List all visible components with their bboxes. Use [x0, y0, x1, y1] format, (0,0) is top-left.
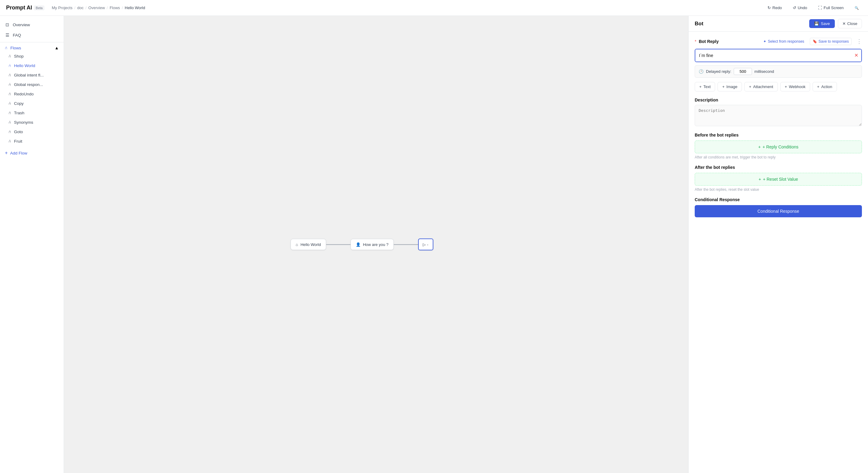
sidebar-flows-section[interactable]: ⑃ Flows ▲ [0, 44, 64, 52]
search-button[interactable] [851, 4, 862, 11]
reset-slot-value-button[interactable]: + + Reset Slot Value [695, 173, 862, 186]
sidebar-child-redoundo[interactable]: ⑃ RedoUndo [0, 89, 64, 99]
reply-node-box[interactable]: ▷ - [418, 239, 433, 250]
shop-flow-icon: ⑃ [8, 54, 11, 59]
connector-2 [394, 244, 418, 245]
sidebar-child-fruit[interactable]: ⑃ Fruit [0, 137, 64, 146]
save-to-responses-icon: 🔖 [812, 39, 817, 43]
synonyms-label: Synonyms [14, 120, 33, 125]
undo-button[interactable]: Undo [790, 4, 810, 11]
select-from-responses-button[interactable]: ✦ Select from responses [761, 38, 806, 45]
add-image-icon: + [722, 84, 724, 89]
delayed-reply-input[interactable] [734, 68, 752, 75]
flows-icon: ⑃ [5, 46, 7, 50]
reply-input-clear-button[interactable]: ✕ [854, 52, 858, 58]
sidebar-overview-label: Overview [13, 23, 30, 27]
canvas-content: ⌂ Hello World 👤 How are you ? [290, 239, 433, 250]
add-image-button[interactable]: + Image [717, 82, 742, 91]
add-webhook-button[interactable]: + Webhook [780, 82, 810, 91]
copy-icon: ⑃ [8, 101, 11, 106]
panel-header-actions: 💾 Save ✕ Close [809, 19, 862, 28]
sidebar-flows-children: ⑃ Shop ⑃ Hello World ⑃ Global intent fl.… [0, 52, 64, 146]
reply-conditions-plus-icon: + [758, 144, 761, 149]
fullscreen-button[interactable]: Full Screen [815, 4, 847, 11]
add-flow-button[interactable]: + Add Flow [0, 147, 64, 159]
required-star: * [695, 39, 696, 44]
connector-line-1 [326, 244, 350, 245]
global-respon-icon: ⑃ [8, 82, 11, 87]
fullscreen-label: Full Screen [824, 5, 844, 10]
before-bot-replies-section: Before the bot replies + + Reply Conditi… [695, 132, 862, 159]
fruit-label: Fruit [14, 139, 22, 144]
sidebar-child-shop[interactable]: ⑃ Shop [0, 52, 64, 61]
sidebar-item-overview[interactable]: ⊡ Overview [0, 20, 64, 30]
redo-button[interactable]: Redo [765, 4, 785, 11]
reply-conditions-helper: After all conditions are met, trigger th… [695, 155, 862, 159]
delayed-reply-label: Delayed reply: [706, 69, 731, 74]
intent-node-label: How are you ? [363, 242, 389, 247]
select-from-responses-label: Select from responses [768, 39, 804, 43]
reset-slot-label: + Reset Slot Value [763, 177, 798, 182]
faq-icon: ☰ [5, 33, 10, 37]
add-text-button[interactable]: + Text [695, 82, 715, 91]
menu-dots-icon[interactable]: ⋮ [857, 38, 862, 45]
trash-icon: ⑃ [8, 111, 11, 115]
add-image-label: Image [726, 84, 737, 89]
add-attachment-button[interactable]: + Attachment [744, 82, 778, 91]
main-layout: ⊡ Overview ☰ FAQ ⑃ Flows ▲ ⑃ Shop ⑃ Hell… [0, 16, 868, 473]
connector-1 [326, 244, 350, 245]
intent-node-box[interactable]: 👤 How are you ? [350, 239, 394, 250]
after-bot-replies-section: After the bot replies + + Reset Slot Val… [695, 165, 862, 192]
reply-input[interactable] [695, 49, 861, 62]
sidebar-child-global-respon[interactable]: ⑃ Global respon... [0, 80, 64, 89]
reply-conditions-button[interactable]: + + Reply Conditions [695, 141, 862, 153]
conditional-response-label: Conditional Response [757, 209, 799, 214]
sidebar-item-faq[interactable]: ☰ FAQ [0, 30, 64, 40]
breadcrumb-overview[interactable]: Overview [88, 5, 105, 10]
sidebar-child-copy[interactable]: ⑃ Copy [0, 99, 64, 108]
sidebar-flows-label-group: ⑃ Flows [5, 46, 21, 50]
close-button[interactable]: ✕ Close [838, 19, 862, 28]
sidebar-child-synonyms[interactable]: ⑃ Synonyms [0, 118, 64, 127]
header-actions: Redo Undo Full Screen [765, 4, 862, 11]
description-label: Description [695, 97, 862, 102]
sidebar-child-trash[interactable]: ⑃ Trash [0, 108, 64, 118]
home-icon: ⌂ [296, 242, 298, 247]
undo-label: Undo [798, 5, 807, 10]
undo-icon [793, 5, 796, 10]
close-label: Close [847, 21, 857, 26]
bot-reply-section-actions: ✦ Select from responses 🔖 Save to respon… [761, 38, 851, 45]
save-to-responses-button[interactable]: 🔖 Save to responses [810, 38, 851, 45]
add-action-button[interactable]: + Action [812, 82, 837, 91]
sidebar-child-hello-world[interactable]: ⑃ Hello World [0, 61, 64, 70]
app-name-text: Prompt AI [6, 5, 32, 11]
conditional-response-button[interactable]: Conditional Response [695, 205, 862, 217]
connector-line-2 [394, 244, 418, 245]
sidebar-flows-label: Flows [10, 46, 21, 50]
reset-slot-helper: After the bot replies, reset the slot va… [695, 187, 862, 192]
sidebar-child-goto[interactable]: ⑃ Goto [0, 127, 64, 137]
delayed-reply-row: 🕐 Delayed reply: millisecond [695, 65, 862, 78]
breadcrumb-flows[interactable]: Flows [110, 5, 120, 10]
breadcrumb-doc[interactable]: doc [78, 5, 84, 10]
reset-slot-plus-icon: + [759, 177, 761, 182]
breadcrumb-my-projects[interactable]: My Projects [52, 5, 72, 10]
save-button[interactable]: 💾 Save [809, 19, 835, 28]
select-from-responses-icon: ✦ [763, 39, 766, 43]
panel-body: * Bot Reply ✦ Select from responses 🔖 Sa… [689, 32, 868, 473]
sidebar-child-global-intent[interactable]: ⑃ Global intent fl... [0, 70, 64, 80]
copy-label: Copy [14, 101, 24, 106]
description-section: Description [695, 97, 862, 127]
canvas-area[interactable]: ⌂ Hello World 👤 How are you ? [64, 16, 688, 473]
flow-node-intent[interactable]: 👤 How are you ? [350, 239, 394, 250]
description-textarea[interactable] [695, 105, 862, 126]
conditional-response-title: Conditional Response [695, 197, 862, 202]
flow-node-start[interactable]: ⌂ Hello World [290, 239, 326, 250]
flow-node-reply[interactable]: ▷ - [418, 239, 433, 250]
reply-conditions-label: + Reply Conditions [763, 144, 799, 149]
fullscreen-icon [818, 5, 822, 10]
search-icon [855, 5, 859, 10]
after-bot-replies-title: After the bot replies [695, 165, 862, 170]
start-node-box[interactable]: ⌂ Hello World [290, 239, 326, 250]
goto-icon: ⑃ [8, 129, 11, 134]
